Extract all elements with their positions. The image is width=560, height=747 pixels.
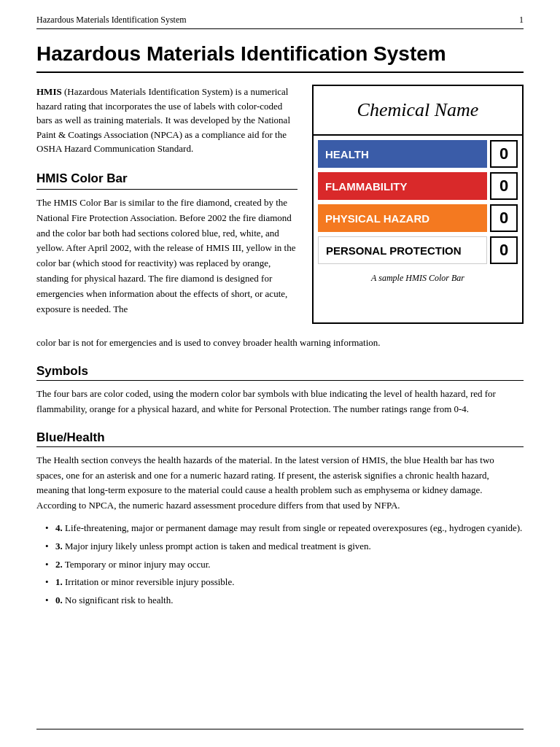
blue-health-text: The Health section conveys the health ha… bbox=[36, 453, 524, 514]
content-area: HMIS (Hazardous Materials Identification… bbox=[36, 85, 524, 324]
main-title: Hazardous Materials Identification Syste… bbox=[36, 42, 524, 73]
bullet-4: 4. Life-threatening, major or permanent … bbox=[48, 521, 524, 536]
page-header: Hazardous Materials Identification Syste… bbox=[36, 15, 524, 29]
bullet-0: 0. No significant risk to health. bbox=[48, 593, 524, 608]
symbols-text: The four bars are color coded, using the… bbox=[36, 387, 524, 417]
flammability-value: 0 bbox=[490, 172, 518, 200]
hmis-row-personal: PERSONAL PROTECTION 0 bbox=[318, 236, 518, 264]
color-bar-text: The HMIS Color Bar is similar to the fir… bbox=[36, 196, 298, 317]
physical-value: 0 bbox=[490, 204, 518, 232]
hmis-row-physical: PHYSICAL HAZARD 0 bbox=[318, 204, 518, 232]
section-heading-symbols: Symbols bbox=[36, 364, 524, 381]
flammability-label: FLAMMABILITY bbox=[318, 172, 487, 200]
health-value: 0 bbox=[490, 140, 518, 168]
color-bar-continuation: color bar is not for emergencies and is … bbox=[36, 336, 524, 351]
page-wrapper: Hazardous Materials Identification Syste… bbox=[0, 0, 560, 747]
health-label: HEALTH bbox=[318, 140, 487, 168]
blue-health-bullets: 4. Life-threatening, major or permanent … bbox=[36, 521, 524, 608]
symbols-section: Symbols The four bars are color coded, u… bbox=[36, 364, 524, 417]
hmis-card-title: Chemical Name bbox=[314, 86, 522, 136]
hmis-bold: HMIS bbox=[36, 86, 62, 97]
hmis-row-flammability: FLAMMABILITY 0 bbox=[318, 172, 518, 200]
hmis-row-health: HEALTH 0 bbox=[318, 140, 518, 168]
intro-text: HMIS (Hazardous Materials Identification… bbox=[36, 85, 298, 324]
header-page-number: 1 bbox=[519, 15, 524, 26]
section-heading-blue-health: Blue/Health bbox=[36, 430, 524, 447]
personal-label: PERSONAL PROTECTION bbox=[318, 236, 487, 264]
bullet-1: 1. Irritation or minor reversible injury… bbox=[48, 575, 524, 590]
bullet-3: 3. Major injury likely unless prompt act… bbox=[48, 539, 524, 554]
page-footer bbox=[36, 729, 524, 732]
hmis-caption: A sample HMIS Color Bar bbox=[314, 268, 522, 288]
hmis-card: Chemical Name HEALTH 0 FLAMMABILITY 0 PH… bbox=[312, 85, 524, 324]
intro-body: (Hazardous Materials Identification Syst… bbox=[36, 86, 290, 154]
personal-value: 0 bbox=[490, 236, 518, 264]
blue-health-section: Blue/Health The Health section conveys t… bbox=[36, 430, 524, 608]
header-title: Hazardous Materials Identification Syste… bbox=[36, 15, 187, 26]
section-heading-color-bar: HMIS Color Bar bbox=[36, 169, 298, 190]
bullet-2: 2. Temporary or minor injury may occur. bbox=[48, 557, 524, 573]
physical-label: PHYSICAL HAZARD bbox=[318, 204, 487, 232]
